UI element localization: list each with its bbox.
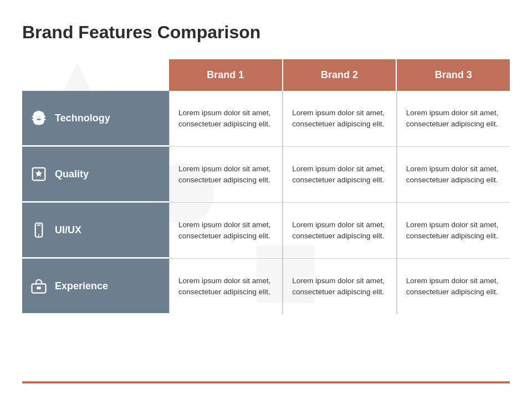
row-label-experience: Experience — [55, 280, 108, 292]
cell-technology-brand2: Lorem ipsum dolor sit amet, consectetuer… — [283, 91, 396, 146]
bottom-accent-line — [22, 381, 510, 383]
cell-uiux-brand3: Lorem ipsum dolor sit amet, consectetuer… — [397, 203, 510, 258]
row-header-technology: Technology — [22, 91, 169, 146]
header-empty-cell — [22, 59, 169, 91]
page-title: Brand Features Comparison — [22, 22, 510, 43]
row-uiux: UI/UX Lorem ipsum dolor sit amet, consec… — [22, 203, 510, 259]
row-label-uiux: UI/UX — [55, 224, 81, 236]
cell-uiux-brand2: Lorem ipsum dolor sit amet, consectetuer… — [283, 203, 396, 258]
row-quality: Quality Lorem ipsum dolor sit amet, cons… — [22, 147, 510, 203]
row-header-experience: Experience — [22, 259, 169, 314]
cell-experience-brand1: Lorem ipsum dolor sit amet, consectetuer… — [169, 259, 283, 314]
cell-experience-brand3: Lorem ipsum dolor sit amet, consectetuer… — [397, 259, 510, 314]
header-row: Brand 1 Brand 2 Brand 3 — [22, 59, 510, 91]
row-technology: Technology Lorem ipsum dolor sit amet, c… — [22, 91, 510, 147]
row-header-uiux: UI/UX — [22, 203, 169, 258]
technology-icon — [30, 110, 47, 126]
header-brand3: Brand 3 — [397, 59, 510, 91]
comparison-table: Brand 1 Brand 2 Brand 3 Technology Lorem… — [22, 59, 510, 314]
header-brand1: Brand 1 — [169, 59, 283, 91]
row-header-quality: Quality — [22, 147, 169, 202]
cell-technology-brand3: Lorem ipsum dolor sit amet, consectetuer… — [397, 91, 510, 146]
page-container: Brand Features Comparison Brand 1 Brand … — [0, 0, 532, 399]
cell-quality-brand2: Lorem ipsum dolor sit amet, consectetuer… — [283, 147, 396, 202]
uiux-icon — [30, 222, 47, 238]
cell-quality-brand1: Lorem ipsum dolor sit amet, consectetuer… — [169, 147, 283, 202]
svg-rect-7 — [37, 287, 41, 289]
svg-point-5 — [38, 234, 40, 236]
experience-icon — [30, 278, 47, 294]
cell-technology-brand1: Lorem ipsum dolor sit amet, consectetuer… — [169, 91, 283, 146]
quality-icon — [30, 166, 47, 182]
cell-experience-brand2: Lorem ipsum dolor sit amet, consectetuer… — [283, 259, 396, 314]
row-label-technology: Technology — [55, 112, 110, 124]
cell-quality-brand3: Lorem ipsum dolor sit amet, consectetuer… — [397, 147, 510, 202]
header-brand2: Brand 2 — [283, 59, 397, 91]
row-experience: Experience Lorem ipsum dolor sit amet, c… — [22, 259, 510, 314]
cell-uiux-brand1: Lorem ipsum dolor sit amet, consectetuer… — [169, 203, 283, 258]
row-label-quality: Quality — [55, 168, 89, 180]
